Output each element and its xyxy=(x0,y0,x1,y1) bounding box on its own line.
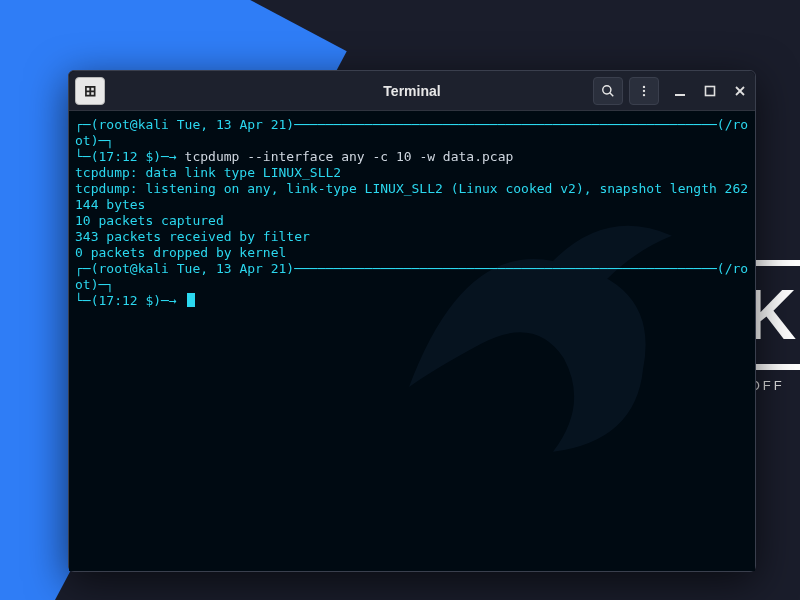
minimize-button[interactable] xyxy=(671,82,689,100)
output-line: tcpdump: data link type LINUX_SLL2 xyxy=(75,165,341,180)
prompt-time: 17:12 $ xyxy=(98,149,153,164)
output-line: 343 packets received by filter xyxy=(75,229,310,244)
new-tab-button[interactable]: ⊞ xyxy=(75,77,105,105)
svg-rect-6 xyxy=(706,86,715,95)
maximize-button[interactable] xyxy=(701,82,719,100)
svg-point-4 xyxy=(643,93,645,95)
svg-line-1 xyxy=(610,92,614,96)
search-icon xyxy=(601,84,615,98)
terminal-cursor xyxy=(187,293,195,307)
terminal-body[interactable]: ┌─(root@kali Tue, 13 Apr 21)────────────… xyxy=(69,111,755,571)
svg-point-0 xyxy=(603,85,611,93)
maximize-icon xyxy=(704,85,716,97)
minimize-icon xyxy=(674,85,686,97)
terminal-window: ⊞ Terminal ┌─(root@kali Tue, 13 xyxy=(68,70,756,572)
new-tab-icon: ⊞ xyxy=(84,82,97,100)
terminal-output: ┌─(root@kali Tue, 13 Apr 21)────────────… xyxy=(75,117,749,309)
menu-button[interactable] xyxy=(629,77,659,105)
kebab-icon xyxy=(637,84,651,98)
close-button[interactable] xyxy=(731,82,749,100)
output-line: tcpdump: listening on any, link-type LIN… xyxy=(75,181,748,212)
prompt-date: Tue, 13 Apr 21 xyxy=(177,117,287,132)
svg-point-2 xyxy=(643,85,645,87)
titlebar[interactable]: ⊞ Terminal xyxy=(69,71,755,111)
output-line: 0 packets dropped by kernel xyxy=(75,245,286,260)
output-line: 10 packets captured xyxy=(75,213,224,228)
search-button[interactable] xyxy=(593,77,623,105)
prompt-host: kali xyxy=(138,117,169,132)
svg-point-3 xyxy=(643,89,645,91)
close-icon xyxy=(734,85,746,97)
prompt-user: root xyxy=(98,117,129,132)
svg-rect-5 xyxy=(675,94,685,96)
command-text: tcpdump --interface any -c 10 -w data.pc… xyxy=(185,149,514,164)
